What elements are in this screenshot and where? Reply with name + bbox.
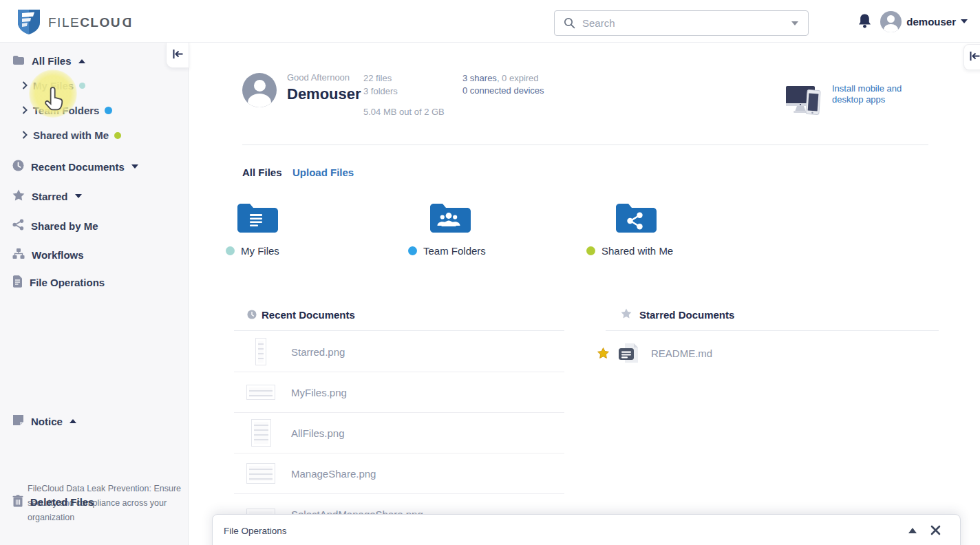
sidebar-item-shared-by-me[interactable]: Shared by Me [12,219,98,233]
sidebar-item-label: Deleted Files [30,496,94,508]
file-operations-panel: File Operations [212,514,961,545]
devices-illustration [785,82,824,123]
tab-all-files[interactable]: All Files [242,167,282,178]
install-apps-link[interactable]: Install mobile and desktop apps [832,83,915,105]
profile-name: Demouser [287,85,361,103]
shared-with-me-dot [586,246,595,255]
user-menu-caret-icon [961,19,968,23]
file-row-recent-1[interactable]: MyFiles.png [234,372,564,413]
notice-icon [12,414,24,428]
sidebar-item-label: My Files [33,80,74,92]
search-icon [564,17,575,29]
clock-icon [247,310,257,322]
starred-star-icon[interactable] [597,348,609,361]
shared-with-me-dot [114,132,121,139]
file-name: README.md [651,348,712,359]
sidebar-item-starred[interactable]: Starred [12,189,82,203]
chevron-right-icon [22,80,28,92]
chevron-up-icon [78,59,85,63]
chevron-up-icon [70,419,76,423]
file-thumbnail [246,419,276,447]
sidebar-item-label: Shared with Me [33,129,109,141]
folders-count: 3 folders [363,86,398,96]
file-row-recent-0[interactable]: Starred.png [234,332,564,372]
filecloud-logo[interactable]: FILECLOUD [17,8,131,38]
sidebar-item-label: Recent Documents [31,161,125,173]
card-my-files-folder-icon[interactable] [234,200,278,239]
sidebar-item-my-files[interactable]: My Files [22,80,85,92]
search-dropdown-caret-icon[interactable] [791,21,798,25]
chevron-right-icon [22,105,28,116]
sidebar: All Files My Files Team Folders Shared w… [0,43,189,545]
file-name: Starred.png [291,346,345,358]
team-folders-dot [408,246,417,255]
star-icon [12,189,25,203]
collapse-left-icon [172,49,184,62]
file-thumbnail [246,463,276,484]
sidebar-item-all-files[interactable]: All Files [12,55,85,67]
sidebar-item-label: Shared by Me [31,220,98,232]
file-row-starred-0[interactable]: README.md [597,342,939,367]
username-label: demouser [906,16,956,28]
connected-devices-link[interactable]: 0 connected devices [462,85,544,96]
card-team-folders-folder-icon[interactable] [427,200,471,239]
star-icon [621,308,632,321]
top-bar: FILECLOUD demouser [0,0,980,43]
sidebar-item-label: Workflows [32,249,84,261]
my-files-dot [79,83,85,89]
notifications-bell-icon[interactable] [858,13,872,30]
divider [242,145,928,145]
file-name: AllFiles.png [291,427,345,439]
sidebar-item-deleted-files[interactable]: Deleted Files [12,495,94,509]
document-icon [12,275,23,290]
divider [234,330,564,331]
file-row-recent-3[interactable]: ManageShare.png [234,453,564,494]
user-area: demouser [858,0,968,43]
collapse-left-icon [969,51,980,64]
chevron-right-icon [22,129,28,141]
divider [606,330,939,331]
clock-icon [12,160,24,173]
files-count: 22 files [363,73,392,83]
shares-link[interactable]: 3 shares [462,73,497,83]
right-panel-collapse-button[interactable] [963,44,980,70]
sidebar-item-label: Notice [31,416,63,427]
file-name: MyFiles.png [291,387,347,398]
share-icon [12,219,24,233]
sidebar-item-notice[interactable]: Notice [12,414,76,428]
search-box[interactable] [554,10,809,36]
card-shared-with-me-label[interactable]: Shared with Me [601,245,673,257]
chevron-down-icon [75,194,82,198]
tab-upload-files[interactable]: Upload Files [292,167,354,178]
sidebar-item-label: Team Folders [33,105,99,116]
shares-stat: 3 shares, 0 expired [462,73,539,83]
sidebar-item-file-operations[interactable]: File Operations [12,275,105,290]
shares-expired-label: , 0 expired [497,73,539,83]
file-thumbnail [246,385,276,400]
markdown-file-icon [618,343,639,367]
profile-avatar [242,73,277,107]
storage-usage: 5.04 MB out of 2 GB [363,107,445,117]
card-team-folders-label[interactable]: Team Folders [423,245,486,257]
team-folders-dot [105,107,112,114]
sidebar-item-shared-with-me[interactable]: Shared with Me [22,129,121,141]
file-row-recent-2[interactable]: AllFiles.png [234,413,564,453]
sidebar-item-label: File Operations [30,277,105,288]
user-menu-button[interactable]: demouser [880,11,968,32]
sidebar-item-label: All Files [32,55,72,67]
logo-wordmark: FILECLOUD [48,15,131,30]
file-operations-title: File Operations [224,526,287,536]
search-input[interactable] [582,17,791,29]
sidebar-item-recent-documents[interactable]: Recent Documents [12,160,138,173]
starred-documents-title: Starred Documents [639,309,734,321]
sidebar-collapse-button[interactable] [166,43,189,68]
card-shared-with-me-folder-icon[interactable] [612,200,657,239]
sidebar-item-team-folders[interactable]: Team Folders [22,105,112,116]
card-my-files-label[interactable]: My Files [241,245,279,257]
chevron-down-icon [131,164,138,169]
workflow-icon [12,248,25,261]
panel-expand-caret-icon[interactable] [908,528,917,533]
sidebar-item-workflows[interactable]: Workflows [12,248,84,261]
filecloud-shield-icon [17,8,41,38]
panel-close-icon[interactable] [930,525,941,538]
